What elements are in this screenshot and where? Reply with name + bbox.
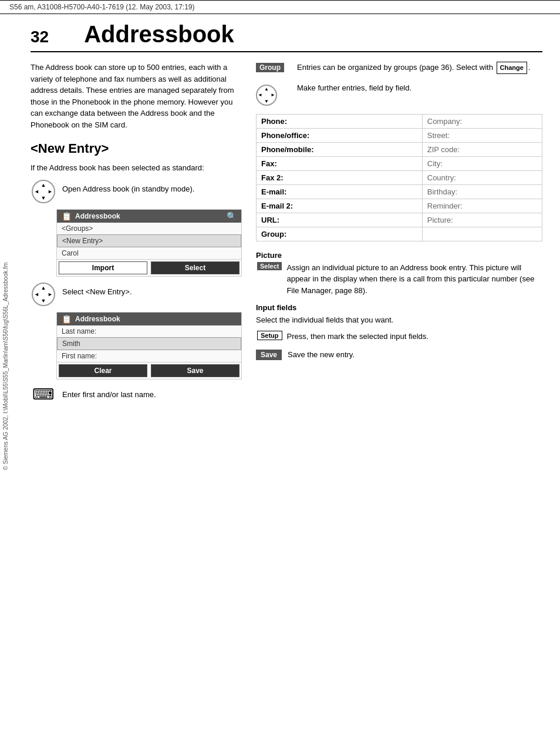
new-entry-intro: If the Address book has been selected as…: [31, 162, 242, 174]
header-text: S56 am, A31008-H5700-A40-1-7619 (12. May…: [9, 3, 195, 11]
field-label: Fax:: [257, 156, 423, 170]
table-row: E-mail 2:Reminder:: [257, 199, 542, 213]
menu-title: Addressbook: [75, 212, 120, 220]
addressbook-form: 📋 Addressbook Last name: Smith First nam…: [56, 312, 242, 380]
arrow-left-icon: ◄: [34, 189, 39, 194]
step1-text: Open Address book (in standby mode).: [62, 180, 194, 195]
menu-item-new-entry: <New Entry>: [57, 234, 241, 247]
header-bar: S56 am, A31008-H5700-A40-1-7619 (12. May…: [0, 0, 560, 14]
last-name-label: Last name:: [57, 325, 241, 337]
picture-text: Assign an individual picture to an Addre…: [286, 262, 542, 297]
form-header: 📋 Addressbook: [57, 313, 241, 325]
field-label: Fax 2:: [257, 170, 423, 184]
left-column: The Address book can store up to 500 ent…: [31, 62, 242, 409]
input-fields-heading: Input fields: [256, 303, 542, 312]
table-row: Group:: [257, 227, 542, 241]
step2-row: ▲ ▼ ◄ ► Select <New Entry>.: [31, 283, 242, 306]
picture-section: Select Assign an individual picture to a…: [256, 262, 542, 297]
nav-down-right: ▼: [264, 99, 269, 104]
field-label: URL:: [257, 213, 423, 227]
field-value: ZIP code:: [422, 142, 542, 156]
arrow-up-icon-2: ▲: [41, 285, 46, 291]
step3-text: Enter first and/or last name.: [62, 385, 156, 401]
step1-icon: ▲ ▼ ◄ ►: [31, 180, 56, 203]
picture-select-badge: Select: [257, 262, 282, 270]
nav-circle-2: ▲ ▼ ◄ ►: [32, 283, 55, 306]
step2-icon: ▲ ▼ ◄ ►: [31, 283, 56, 306]
menu-item-carol: Carol: [57, 247, 241, 259]
main-content: The Address book can store up to 500 ent…: [31, 62, 542, 409]
table-row: URL:Picture:: [257, 213, 542, 227]
menu-header: 📋 Addressbook 🔍: [57, 210, 241, 223]
input-fields-text: Select the individual fields that you wa…: [256, 314, 542, 326]
field-value: Picture:: [422, 213, 542, 227]
nav-right-right: ►: [271, 92, 275, 98]
clear-button[interactable]: Clear: [59, 364, 147, 377]
save-text: Save the new entry.: [288, 349, 355, 361]
select-button[interactable]: Select: [151, 261, 239, 274]
sidebar-text-rotated: © Siemens AG 2002, I:\Mobil\L55\S55_Marl…: [0, 0, 12, 732]
search-icon: 🔍: [227, 211, 237, 221]
addressbook-menu: 📋 Addressbook 🔍 <Groups> <New Entry> Car…: [56, 209, 242, 277]
nav-left-right: ◄: [258, 92, 262, 98]
group-badge: Group: [256, 63, 284, 72]
table-row: Fax 2:Country:: [257, 170, 542, 184]
sidebar-label: © Siemens AG 2002, I:\Mobil\L55\S55_Marl…: [3, 262, 9, 470]
field-label: Group:: [257, 227, 423, 241]
save-button[interactable]: Save: [151, 364, 239, 377]
table-row: Fax:City:: [257, 156, 542, 170]
field-value: Street:: [422, 128, 542, 142]
right-column: Group Entries can be organized by groups…: [256, 62, 542, 409]
field-value: Birthday:: [422, 184, 542, 199]
intro-text: The Address book can store up to 500 ent…: [31, 62, 242, 130]
menu-buttons: Import Select: [57, 259, 241, 276]
field-value: [422, 227, 542, 241]
first-name-label: First name:: [57, 350, 241, 362]
field-value: Reminder:: [422, 199, 542, 213]
table-row: Phone/mobile:ZIP code:: [257, 142, 542, 156]
page-title-row: 32 Addressbook: [31, 14, 542, 52]
table-row: Phone/office:Street:: [257, 128, 542, 142]
setup-badge: Setup: [257, 331, 282, 340]
form-addressbook-icon: 📋: [62, 314, 72, 324]
group-info-row: Group Entries can be organized by groups…: [256, 62, 542, 74]
nav-circle-right: ▲ ▼ ◄ ►: [256, 85, 277, 106]
right-nav-row: ▲ ▼ ◄ ► Make further entries, field by f…: [256, 82, 542, 106]
import-button[interactable]: Import: [59, 261, 147, 274]
field-value: Country:: [422, 170, 542, 184]
group-text: Entries can be organized by groups (page…: [297, 63, 493, 72]
field-label: Phone/office:: [257, 128, 423, 142]
menu-item-groups: <Groups>: [57, 223, 241, 234]
arrow-right-icon-2: ►: [48, 291, 53, 297]
setup-section: Setup Press, then mark the selected inpu…: [256, 331, 542, 343]
nav-info-text: Make further entries, field by field.: [297, 82, 411, 94]
form-buttons: Clear Save: [57, 362, 241, 379]
field-label: E-mail 2:: [257, 199, 423, 213]
save-section: Save Save the new entry.: [256, 349, 542, 361]
field-label: Phone:: [257, 114, 423, 128]
group-info-text: Entries can be organized by groups (page…: [297, 62, 530, 74]
arrow-down-icon: ▼: [41, 195, 46, 201]
form-title: Addressbook: [75, 315, 120, 323]
field-label: Phone/mobile:: [257, 142, 423, 156]
page-number: 32: [31, 28, 49, 46]
arrow-down-icon-2: ▼: [41, 298, 46, 304]
page-title: Addressbook: [84, 21, 234, 48]
picture-heading: Picture: [256, 251, 542, 260]
fields-table: Phone:Company:Phone/office:Street:Phone/…: [256, 114, 542, 241]
arrow-right-icon: ►: [48, 189, 53, 194]
save-badge: Save: [256, 350, 282, 360]
step3-icon: ⌨: [31, 385, 56, 404]
nav-up-right: ▲: [264, 86, 269, 92]
change-badge: Change: [497, 62, 527, 74]
nav-circle-1: ▲ ▼ ◄ ►: [32, 180, 55, 203]
field-value: City:: [422, 156, 542, 170]
setup-text: Press, then mark the selected input fiel…: [287, 331, 429, 343]
field-label: E-mail:: [257, 184, 423, 199]
last-name-value: Smith: [57, 337, 241, 350]
new-entry-heading: <New Entry>: [31, 141, 242, 156]
table-row: E-mail:Birthday:: [257, 184, 542, 199]
step1-row: ▲ ▼ ◄ ► Open Address book (in standby mo…: [31, 180, 242, 203]
field-value: Company:: [422, 114, 542, 128]
step2-text: Select <New Entry>.: [62, 283, 132, 298]
